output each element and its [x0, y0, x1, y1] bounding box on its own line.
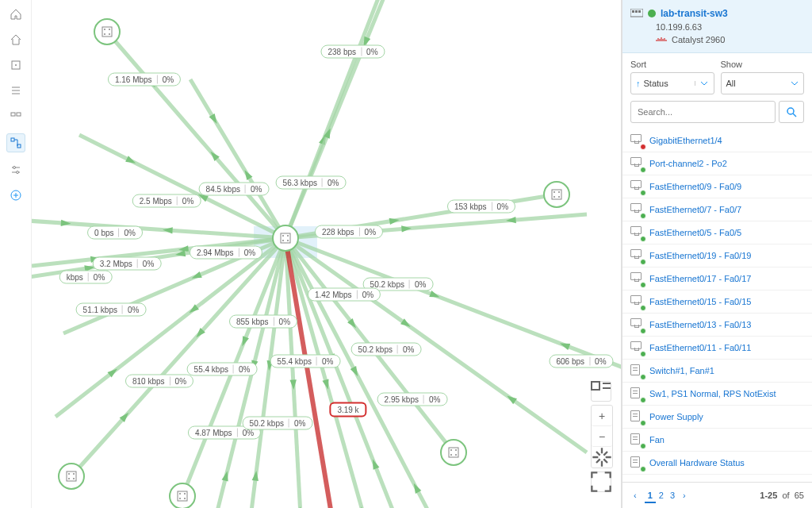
svg-point-84 [282, 240, 284, 241]
interface-link[interactable]: FastEthernet0/13 - Fa0/13 [649, 320, 751, 329]
chevron-down-icon [791, 81, 799, 86]
interface-link[interactable]: GigabitEthernet1/4 [649, 136, 722, 145]
topology-node[interactable] [59, 464, 84, 489]
interface-link[interactable]: Sw1, PS1 Normal, RPS NotExist [649, 389, 776, 398]
edge-label[interactable]: 0 bps0% [87, 226, 143, 240]
interface-link[interactable]: FastEthernet0/17 - Fa0/17 [649, 274, 751, 283]
edge-label[interactable]: 1.16 Mbps0% [108, 73, 181, 87]
edge-label[interactable]: 238 bps0% [320, 45, 385, 59]
nav-device-icon[interactable] [8, 57, 24, 73]
list-item[interactable]: Sw1, PS1 Normal, RPS NotExist [622, 383, 812, 406]
interface-link[interactable]: Fan [649, 435, 665, 444]
pager-next[interactable]: › [683, 491, 686, 500]
edge-label[interactable]: 50.2 kbps0% [351, 343, 422, 356]
list-item[interactable]: FastEthernet0/5 - Fa0/5 [622, 221, 812, 244]
edge-label[interactable]: 3.2 Mbps0% [93, 257, 162, 271]
nav-sliders-icon[interactable] [8, 162, 24, 178]
interface-link[interactable]: Switch#1, Fan#1 [649, 366, 714, 375]
svg-rect-120 [638, 10, 641, 13]
edge-label[interactable]: 228 kbps0% [315, 225, 383, 239]
topology-canvas[interactable]: 1.16 Mbps0%238 bps0%2.5 Mbps0%0 bps0%3.2… [32, 0, 622, 508]
topology-node[interactable] [170, 483, 195, 508]
list-item[interactable]: Fan [622, 429, 812, 452]
search-input[interactable] [630, 101, 776, 123]
interface-link[interactable]: Port-channel2 - Po2 [649, 159, 727, 168]
port-icon [630, 134, 643, 147]
edge-label[interactable]: 2.95 kbps0% [377, 393, 448, 406]
list-item[interactable]: FastEthernet0/11 - Fa0/11 [622, 337, 812, 360]
edge-label[interactable]: 1.42 Mbps0% [308, 288, 381, 302]
svg-point-104 [170, 483, 195, 508]
edge-label[interactable]: 2.94 Mbps0% [190, 246, 262, 260]
edge-label[interactable]: 84.5 kbps0% [199, 183, 270, 196]
svg-rect-2 [11, 113, 15, 116]
list-item[interactable]: FastEthernet0/15 - Fa0/15 [622, 291, 812, 314]
device-panel: lab-transit-sw3 10.199.6.63 Catalyst 296… [622, 0, 812, 508]
list-item[interactable]: GigabitEthernet1/4 [622, 129, 812, 152]
list-item[interactable]: FastEthernet0/17 - Fa0/17 [622, 267, 812, 291]
edge-label[interactable]: 153 kbps0% [447, 200, 515, 214]
list-item[interactable]: FastEthernet0/19 - Fa0/19 [622, 244, 812, 267]
nav-list-icon[interactable] [8, 83, 24, 98]
interface-link[interactable]: FastEthernet0/19 - Fa0/19 [649, 251, 751, 260]
edge-label[interactable]: 50.2 kbps0% [243, 417, 313, 430]
interface-link[interactable]: Power Supply [649, 412, 703, 421]
topology-node[interactable] [273, 225, 298, 251]
edge-label[interactable]: 56.3 kbps0% [276, 176, 347, 190]
port-icon [630, 226, 643, 239]
edge-label-critical[interactable]: 3.19 k [329, 402, 366, 418]
pager-prev[interactable]: ‹ [630, 489, 640, 502]
map-legend-button[interactable] [591, 381, 611, 402]
svg-rect-3 [17, 113, 21, 116]
nav-home-icon[interactable] [8, 6, 24, 22]
topology-node[interactable] [544, 182, 569, 207]
list-item[interactable]: FastEthernet0/7 - Fa0/7 [622, 198, 812, 221]
sort-dropdown[interactable]: ↑Status [630, 72, 714, 94]
edge-label[interactable]: 855 kbps0% [229, 315, 297, 329]
interface-list[interactable]: GigabitEthernet1/4Port-channel2 - Po2Fas… [622, 129, 812, 482]
nav-topology-icon[interactable] [6, 133, 25, 152]
interface-link[interactable]: Overall Hardware Status [649, 458, 745, 468]
search-button[interactable] [779, 101, 804, 123]
interface-link[interactable]: FastEthernet0/7 - Fa0/7 [649, 205, 741, 214]
topology-node[interactable] [441, 440, 466, 465]
port-icon [630, 341, 643, 354]
svg-line-67 [285, 0, 393, 238]
nav-ports-icon[interactable] [8, 108, 24, 124]
list-item[interactable]: Power Supply [622, 406, 812, 429]
svg-point-83 [287, 235, 289, 237]
list-item[interactable]: Switch#1, Fan#1 [622, 360, 812, 383]
edge-label[interactable]: 55.4 kbps0% [187, 363, 258, 376]
edge-label[interactable]: 810 kbps0% [125, 375, 193, 388]
list-item[interactable]: FastEthernet0/9 - Fa0/9 [622, 175, 812, 198]
svg-point-97 [558, 196, 560, 198]
topology-node[interactable] [94, 19, 120, 44]
svg-point-115 [73, 478, 75, 479]
svg-point-91 [109, 33, 110, 35]
svg-point-95 [558, 191, 560, 193]
svg-point-102 [450, 454, 452, 456]
nav-add-icon[interactable] [8, 187, 24, 203]
list-item[interactable]: FastEthernet0/13 - Fa0/13 [622, 314, 812, 337]
show-dropdown[interactable]: All [721, 72, 805, 94]
interface-link[interactable]: FastEthernet0/15 - Fa0/15 [649, 297, 751, 306]
svg-point-113 [73, 473, 75, 475]
interface-link[interactable]: FastEthernet0/5 - Fa0/5 [649, 228, 741, 237]
edge-label[interactable]: kbps0% [59, 271, 113, 284]
nav-home2-icon[interactable] [8, 32, 24, 48]
interface-link[interactable]: FastEthernet0/9 - Fa0/9 [649, 182, 741, 191]
device-ip: 10.199.6.63 [656, 22, 804, 32]
list-item[interactable]: Overall Hardware Status [622, 452, 812, 475]
edge-label[interactable]: 55.4 kbps0% [270, 355, 341, 368]
pager-page[interactable]: 2 [656, 489, 667, 502]
interface-link[interactable]: FastEthernet0/11 - Fa0/11 [649, 343, 751, 352]
fullscreen-button[interactable] [591, 471, 611, 492]
device-name-link[interactable]: lab-transit-sw3 [661, 8, 728, 19]
pager-page[interactable]: 1 [645, 489, 656, 503]
svg-point-112 [68, 473, 70, 475]
search-row [622, 98, 812, 129]
pager-page[interactable]: 3 [667, 489, 678, 502]
edge-label[interactable]: 51.1 kbps0% [76, 303, 147, 317]
list-item[interactable]: Port-channel2 - Po2 [622, 152, 812, 175]
edge-label[interactable]: 2.5 Mbps0% [132, 194, 201, 208]
